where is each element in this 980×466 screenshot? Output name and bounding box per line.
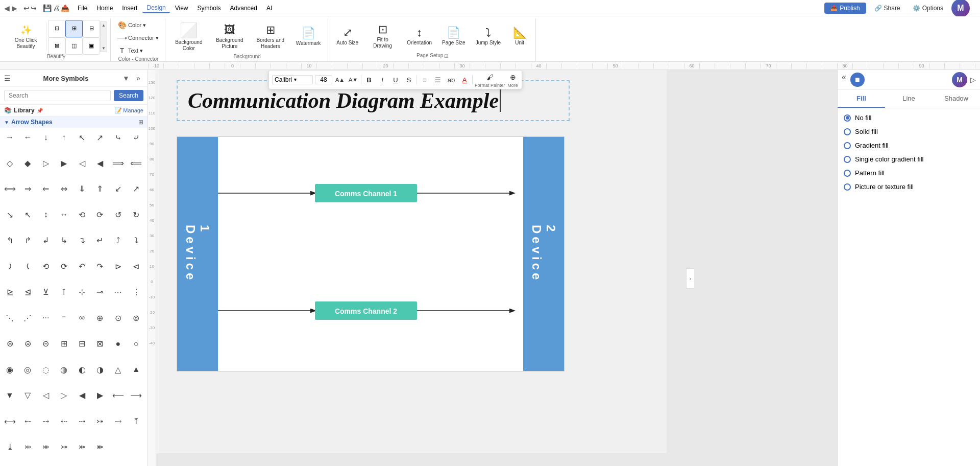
shape-item-95[interactable]: ⤒ <box>129 414 144 428</box>
background-picture-button[interactable]: 🖼 Background Picture <box>210 22 249 52</box>
shape-item-74[interactable]: ◌ <box>38 362 54 377</box>
shape-item-55[interactable]: ⋮ <box>129 285 144 299</box>
menu-item-ai[interactable]: AI <box>262 4 276 13</box>
unit-button[interactable]: 📐 Unit <box>507 25 532 48</box>
shape-item-1[interactable]: ← <box>20 130 35 145</box>
one-click-beautify-button[interactable]: ✨ One Click Beautify <box>5 22 47 52</box>
sidebar-menu-icon[interactable]: ☰ <box>4 74 11 82</box>
fill-option-single-color-gradient[interactable]: Single color gradient fill <box>842 154 976 165</box>
fill-option-picture-texture[interactable]: Picture or texture fill <box>842 181 976 192</box>
shape-item-69[interactable]: ⊠ <box>92 337 108 351</box>
shape-item-25[interactable]: ↖ <box>20 207 35 222</box>
shape-btn-3[interactable]: ⊟ <box>83 20 100 37</box>
shape-item-60[interactable]: ∞ <box>75 311 90 325</box>
shape-item-44[interactable]: ↶ <box>75 259 90 273</box>
canvas-inner[interactable]: Calibri ▼ 48 A▲ A▼ B I U S ≡ ☰ ab A <box>156 70 667 453</box>
shape-item-98[interactable]: ⤕ <box>38 440 54 454</box>
shape-item-14[interactable]: ⟹ <box>110 156 126 170</box>
page-size-button[interactable]: 📄 Page Size <box>438 25 470 48</box>
undo-icon[interactable]: ↩ <box>23 4 30 12</box>
color-button[interactable]: 🎨 Color ▾ <box>115 19 162 31</box>
italic-btn[interactable]: I <box>377 74 388 85</box>
shape-item-100[interactable]: ⤗ <box>75 440 90 454</box>
shape-item-21[interactable]: ⇑ <box>92 182 108 196</box>
auto-size-button[interactable]: ⤢ Auto Size <box>332 25 362 48</box>
tab-fill[interactable]: Fill <box>838 90 885 108</box>
shape-item-5[interactable]: ↗ <box>92 130 108 145</box>
ai-avatar[interactable]: M <box>952 72 967 87</box>
shape-item-82[interactable]: ◁ <box>38 388 54 403</box>
menu-item-advanced[interactable]: Advanced <box>226 4 261 13</box>
fill-option-solid[interactable]: Solid fill <box>842 126 976 137</box>
shape-item-37[interactable]: ↵ <box>92 234 108 248</box>
bold-btn[interactable]: B <box>363 74 375 85</box>
arrow-shapes-menu-icon[interactable]: ⊞ <box>138 119 143 126</box>
shape-item-0[interactable]: → <box>2 130 17 145</box>
shape-item-90[interactable]: ⤍ <box>38 414 54 428</box>
shape-item-85[interactable]: ▶ <box>92 388 108 403</box>
shape-item-26[interactable]: ↕ <box>38 207 54 222</box>
shape-item-76[interactable]: ◐ <box>75 362 90 377</box>
font-selector[interactable]: Calibri ▼ <box>272 75 313 84</box>
shape-item-17[interactable]: ⇒ <box>20 182 35 196</box>
shape-item-6[interactable]: ⤷ <box>110 130 126 145</box>
save-icon[interactable]: 💾 <box>43 4 52 12</box>
main-diagram-box[interactable]: Device1 Device2 Comms Channel 1 <box>177 136 565 371</box>
page-setup-expand-icon[interactable]: ⊡ <box>444 53 448 59</box>
more-options-btn[interactable]: ⊕ <box>507 72 519 83</box>
shape-item-3[interactable]: ↑ <box>56 130 71 145</box>
shape-item-47[interactable]: ⊲ <box>129 259 144 273</box>
menu-item-insert[interactable]: Insert <box>118 4 141 13</box>
shape-item-51[interactable]: ⊺ <box>56 285 71 299</box>
canvas-area[interactable]: 1301201101009080706050403020100-10-20-30… <box>148 70 837 466</box>
shape-item-34[interactable]: ↲ <box>38 234 54 248</box>
share-button[interactable]: 🔗 Share <box>870 3 904 13</box>
shape-item-79[interactable]: ▲ <box>129 362 144 377</box>
orientation-button[interactable]: ↕ Orientation <box>403 25 436 48</box>
watermark-button[interactable]: 📄 Watermark <box>292 25 325 49</box>
shape-item-27[interactable]: ↔ <box>56 207 71 222</box>
text-button[interactable]: T Text ▾ <box>115 45 162 56</box>
export-icon[interactable]: 📤 <box>61 4 69 12</box>
library-pin-icon[interactable]: 📌 <box>37 108 43 113</box>
menu-item-symbols[interactable]: Symbols <box>193 4 225 13</box>
font-size[interactable]: 48 <box>315 75 332 84</box>
increase-font-btn[interactable]: A▲ <box>334 74 346 85</box>
user-avatar[interactable]: M <box>951 0 970 17</box>
shape-item-38[interactable]: ⤴ <box>110 234 126 248</box>
shape-item-68[interactable]: ⊟ <box>75 337 90 351</box>
shape-item-59[interactable]: ⁻ <box>56 311 71 325</box>
font-color-btn[interactable]: A <box>459 74 470 85</box>
align-btn[interactable]: ≡ <box>419 74 430 85</box>
decrease-font-btn[interactable]: A▼ <box>348 74 359 85</box>
shape-item-35[interactable]: ↳ <box>56 234 71 248</box>
shape-item-93[interactable]: ⤐ <box>92 414 108 428</box>
canvas-content[interactable]: Calibri ▼ 48 A▲ A▼ B I U S ≡ ☰ ab A <box>156 70 837 466</box>
shape-item-81[interactable]: ▽ <box>20 388 35 403</box>
shape-item-50[interactable]: ⊻ <box>38 285 54 299</box>
list-btn[interactable]: ☰ <box>432 74 444 85</box>
shape-item-18[interactable]: ⇐ <box>38 182 54 196</box>
shape-item-45[interactable]: ↷ <box>92 259 108 273</box>
tab-shadow[interactable]: Shadow <box>933 90 980 108</box>
shape-item-46[interactable]: ⊳ <box>110 259 126 273</box>
sidebar-collapse-icon[interactable]: » <box>133 73 143 83</box>
shape-item-32[interactable]: ↰ <box>2 234 17 248</box>
scroll-arrows[interactable]: ▲ ▼ <box>100 21 107 52</box>
shape-item-41[interactable]: ⤹ <box>20 259 35 273</box>
shape-item-23[interactable]: ↗ <box>129 182 144 196</box>
shape-item-61[interactable]: ⊕ <box>92 311 108 325</box>
shape-item-29[interactable]: ⟳ <box>92 207 108 222</box>
shape-item-11[interactable]: ▶ <box>56 156 71 170</box>
shape-item-57[interactable]: ⋰ <box>20 311 35 325</box>
shape-item-54[interactable]: ⋯ <box>110 285 126 299</box>
shape-btn-1[interactable]: ⊡ <box>48 20 65 37</box>
right-collapse-icon[interactable]: ▷ <box>970 76 976 84</box>
shape-item-97[interactable]: ⤔ <box>20 440 35 454</box>
jump-style-button[interactable]: ⤵ Jump Style <box>472 25 505 48</box>
shape-item-96[interactable]: ⤓ <box>2 440 17 454</box>
shape-item-91[interactable]: ⤎ <box>56 414 71 428</box>
shape-item-75[interactable]: ◍ <box>56 362 71 377</box>
shape-item-66[interactable]: ⊝ <box>38 337 54 351</box>
shape-item-72[interactable]: ◉ <box>2 362 17 377</box>
